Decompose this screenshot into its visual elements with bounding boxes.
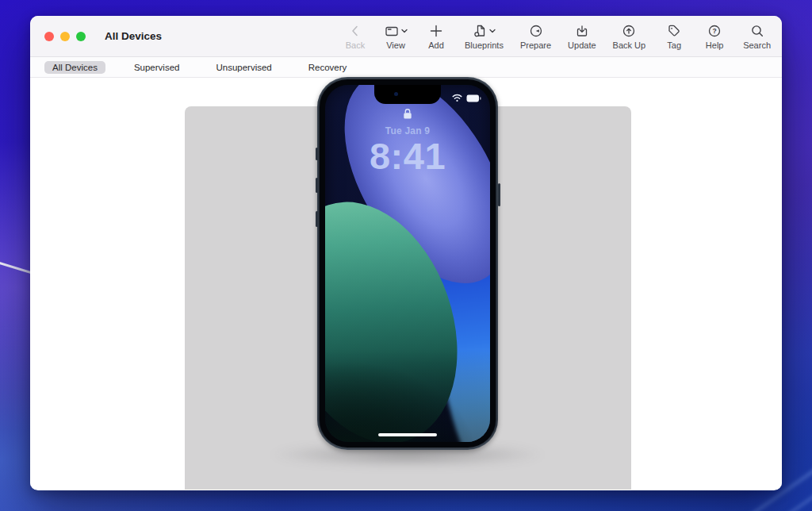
tab-supervised[interactable]: Supervised [126,61,188,74]
blueprints-label: Blueprints [465,40,504,50]
search-label: Search [743,40,771,50]
tab-unsupervised[interactable]: Unsupervised [208,61,279,74]
tag-label: Tag [667,40,681,50]
device-filter-tabbar: All Devices Supervised Unsupervised Reco… [30,57,782,78]
back-button[interactable]: Back [343,22,367,50]
back-label: Back [346,40,365,50]
backup-label: Back Up [613,40,646,50]
toolbar-items: Back View [343,22,782,50]
gauge-circle-icon [528,22,544,40]
battery-icon [466,91,481,106]
phone-volume-down-button [316,211,318,227]
window-title: All Devices [105,30,162,42]
chevron-down-icon [489,28,496,34]
lockscreen-time: 8:41 [325,134,490,178]
tab-all-devices[interactable]: All Devices [44,61,105,74]
front-camera-icon [394,92,398,96]
prepare-label: Prepare [520,40,551,50]
help-button[interactable]: ? Help [703,22,726,50]
home-indicator [378,433,437,437]
minimize-window-button[interactable] [60,32,70,41]
wifi-icon [451,91,463,106]
blueprint-page-icon [472,23,488,39]
backup-button[interactable]: Back Up [613,22,646,50]
close-window-button[interactable] [44,32,54,41]
help-label: Help [706,40,724,50]
zoom-window-button[interactable] [76,32,86,41]
toolbar: All Devices Back [30,16,782,57]
add-button[interactable]: Add [424,22,448,50]
search-button[interactable]: Search [743,22,771,50]
phone-mute-switch [316,148,318,160]
iphone-device[interactable]: Tue Jan 9 8:41 [317,77,498,450]
question-circle-icon: ? [707,22,722,40]
device-list-area: Tue Jan 9 8:41 [30,78,782,490]
tag-button[interactable]: Tag [662,22,686,50]
add-label: Add [428,40,444,50]
phone-side-button [498,183,500,206]
magnifier-icon [749,22,765,40]
phone-volume-up-button [316,178,318,193]
svg-text:?: ? [713,27,717,35]
plus-icon [428,22,444,40]
phone-notch [374,85,441,104]
lock-icon [403,108,413,123]
tag-icon [666,22,682,40]
update-label: Update [568,40,596,50]
chevron-left-icon [347,22,363,40]
device-canvas: Tue Jan 9 8:41 [185,106,631,490]
tray-arrow-down-icon [574,22,590,40]
phone-screen: Tue Jan 9 8:41 [325,85,490,442]
view-button[interactable]: View [384,22,408,50]
view-label: View [386,40,405,50]
circle-arrow-up-icon [621,22,637,40]
phone-status-bar [451,91,481,106]
configurator-window: All Devices Back [30,16,782,490]
update-button[interactable]: Update [568,22,596,50]
desktop-background: All Devices Back [0,0,812,511]
chevron-down-icon [401,28,408,34]
window-icon [384,23,400,39]
prepare-button[interactable]: Prepare [520,22,551,50]
tab-recovery[interactable]: Recovery [301,61,355,74]
blueprints-button[interactable]: Blueprints [465,22,504,50]
traffic-lights [30,32,86,41]
